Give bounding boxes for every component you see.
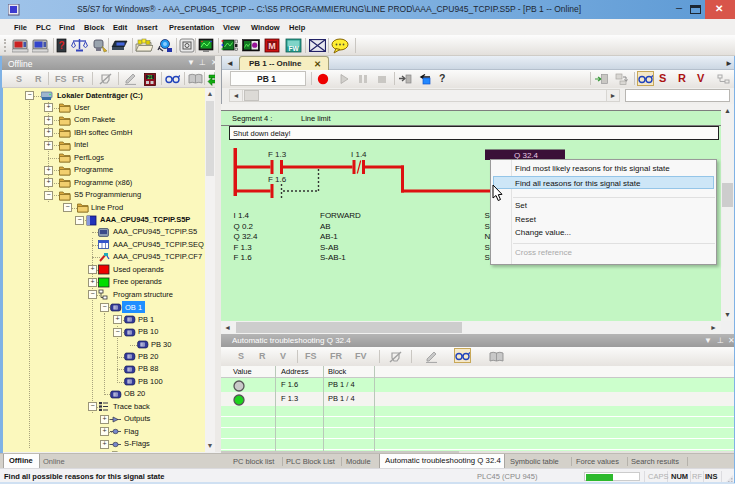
svg-text:F 1.6: F 1.6 (268, 175, 287, 184)
svg-text:Q 0.2: Q 0.2 (234, 222, 254, 231)
svg-text:I 1.4: I 1.4 (351, 150, 367, 159)
svg-text:FW: FW (288, 45, 299, 52)
svg-text:Q 32.4: Q 32.4 (234, 232, 259, 241)
svg-text:AB-1: AB-1 (320, 232, 338, 241)
svg-text:M: M (268, 41, 276, 51)
svg-text:S-AB: S-AB (320, 243, 339, 252)
svg-text:?: ? (58, 40, 64, 51)
svg-text:AB: AB (320, 222, 331, 231)
svg-text:21: 21 (147, 75, 153, 80)
svg-text:F 1.3: F 1.3 (234, 243, 253, 252)
svg-text:FORWARD: FORWARD (320, 211, 361, 220)
svg-text:F 1.3: F 1.3 (268, 150, 287, 159)
svg-text:S-AB-1: S-AB-1 (320, 253, 346, 262)
svg-text:I 1.4: I 1.4 (234, 211, 250, 220)
svg-text:F 1.6: F 1.6 (234, 253, 253, 262)
